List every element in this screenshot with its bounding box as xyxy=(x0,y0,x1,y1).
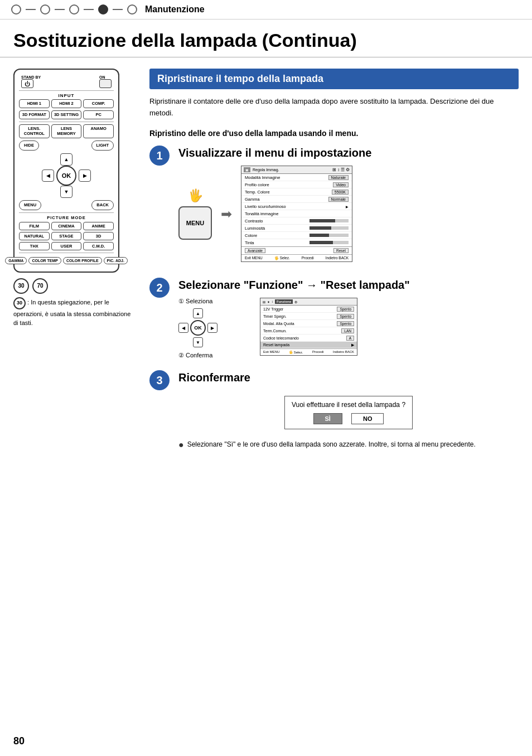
cmd-button[interactable]: C.M.D. xyxy=(83,242,114,250)
s2-row6-arrow: ▶ xyxy=(351,343,354,347)
hdmi1-button[interactable]: HDMI 1 xyxy=(19,99,50,108)
user-button[interactable]: USER xyxy=(51,242,82,250)
dpad2-mid: ◀ OK ▶ xyxy=(178,320,217,336)
dpad2-left[interactable]: ◀ xyxy=(178,323,188,333)
picture-mode-grid: FILM CINEMA ANIME NATURAL STAGE 3D THX U… xyxy=(19,222,114,250)
row5-arrow: ▶ xyxy=(346,205,349,209)
screen-action-btns: Avanzate Reset xyxy=(241,246,352,254)
tab-icon-2: ↕ xyxy=(337,167,340,172)
nav-step-3 xyxy=(69,4,79,14)
arrow-right-icon: ➡ xyxy=(221,206,232,222)
right-column: Ripristinare il tempo della lampada Ripr… xyxy=(149,69,519,461)
step-3-number: 3 xyxy=(149,370,170,390)
picture-mode-label: PICTURE MODE xyxy=(19,215,114,220)
lens-memory-button[interactable]: LENS MEMORY xyxy=(51,124,82,139)
subsection-title: Ripristino delle ore d'uso della lampada… xyxy=(149,128,519,139)
dpad-up[interactable]: ▲ xyxy=(60,153,72,166)
light-button[interactable]: LIGHT xyxy=(91,140,114,151)
dpad-top-row: ▲ xyxy=(60,153,72,166)
ok-mini-btn[interactable]: OK xyxy=(190,320,206,336)
step3-note-text: Selezionare "Sì" e le ore d'uso della la… xyxy=(187,439,476,450)
s2-icon-3: ↕ xyxy=(272,300,273,303)
step2-dpad-area: ① Seleziona ▲ ◀ OK ▶ ▼ xyxy=(178,298,251,359)
mini-screen-2: ⊞ ✦ ↕ Funzione ⚙ 12V Trigger Spento Time… xyxy=(260,298,357,356)
step-2-title: Selezionare "Funzione" → "Reset lampada" xyxy=(178,278,519,292)
gamma-button[interactable]: GAMMA xyxy=(5,257,27,264)
screen-row-5: Livello scuro/luminoso ▶ xyxy=(241,203,352,210)
3d-button[interactable]: 3D xyxy=(83,232,114,240)
menu-btn-img[interactable]: MENU xyxy=(178,206,212,240)
step-1-title: Visualizzare il menu di impostazione xyxy=(178,146,519,160)
menu-button[interactable]: MENU xyxy=(19,200,41,210)
confirm-dialog-buttons: SÌ NO xyxy=(292,413,405,424)
dpad-down[interactable]: ▼ xyxy=(60,186,72,198)
dpad2-down[interactable]: ▼ xyxy=(193,337,203,347)
screen-row-2: Profilo colore Video xyxy=(241,181,352,188)
remote-control: STAND BY ⏻ ON INPUT HDMI 1 HDMI 2 COMP. … xyxy=(13,69,119,273)
power-button[interactable]: ⏻ xyxy=(21,79,33,88)
standby-label: STAND BY xyxy=(21,75,41,79)
dpad2-top: ▲ xyxy=(193,308,203,318)
comp-button[interactable]: COMP. xyxy=(83,99,114,108)
stage-button[interactable]: STAGE xyxy=(51,232,82,240)
input-label: INPUT xyxy=(19,93,114,98)
mini-footer-1: Exit MENU 🖐 Selez. Procedi Indietro BACK xyxy=(241,254,352,261)
dpad2-bottom: ▼ xyxy=(193,337,203,347)
screen-tab-icons: ⊞ ↕ ☰ ⚙ xyxy=(332,167,350,172)
anamo-button[interactable]: ANAMO xyxy=(83,124,114,139)
screen-row-1: Modalità Immagine Naturale xyxy=(241,174,352,181)
dpad-bottom-row: ▼ xyxy=(60,186,72,198)
lens-control-button[interactable]: LENS. CONTROL xyxy=(19,124,50,139)
back-button[interactable]: BACK xyxy=(91,200,114,210)
pic-adj-button[interactable]: PIC. ADJ. xyxy=(104,257,128,264)
tab-icon-1: ⊞ xyxy=(332,167,336,172)
step-1-number: 1 xyxy=(149,146,170,166)
screen-row-3: Temp. Colore 5500K xyxy=(241,188,352,196)
step-2: 2 Selezionare "Funzione" → "Reset lampad… xyxy=(149,278,519,359)
mini-screen-1: ▣ Regola Immag. ⊞ ↕ ☰ ⚙ Modalità Immagin… xyxy=(241,166,352,262)
s2-row-3: Modal. Alta Quota Spento xyxy=(260,320,357,327)
s2-icon-1: ⊞ xyxy=(263,300,265,304)
hide-light-row: HIDE LIGHT xyxy=(19,140,114,151)
mini-screen2-header: ⊞ ✦ ↕ Funzione ⚙ xyxy=(260,298,357,306)
thx-button[interactable]: THX xyxy=(19,242,50,250)
screen-tab-icon: ▣ xyxy=(244,167,250,172)
s2-row-5: Codice telecomando A xyxy=(260,335,357,342)
color-profile-button[interactable]: COLOR PROFILE xyxy=(63,257,102,264)
film-button[interactable]: FILM xyxy=(19,222,50,230)
color-temp-button[interactable]: COLOR TEMP xyxy=(28,257,61,264)
top-nav: Manutenzione xyxy=(0,0,532,20)
natural-button[interactable]: NATURAL xyxy=(19,232,50,240)
section-header: Ripristinare il tempo della lampada xyxy=(149,69,519,89)
badge-30: 30 xyxy=(13,278,29,294)
format3d-button[interactable]: 3D FORMAT xyxy=(19,110,50,119)
confirm-dialog-text: Vuoi effettuare il reset della lampada ? xyxy=(292,401,405,409)
setting3d-button[interactable]: 3D SETTING xyxy=(51,110,82,119)
hide-button[interactable]: HIDE xyxy=(19,140,39,151)
step2-dpad: ▲ ◀ OK ▶ ▼ xyxy=(178,308,217,347)
hdmi2-button[interactable]: HDMI 2 xyxy=(51,99,82,108)
ok-button[interactable]: OK xyxy=(56,166,76,186)
no-button[interactable]: NO xyxy=(351,413,384,424)
dpad2-right[interactable]: ▶ xyxy=(207,323,217,333)
pc-button[interactable]: PC xyxy=(83,110,114,119)
step-1: 1 Visualizzare il menu di impostazione 🖐… xyxy=(149,146,519,266)
hand-icon: 🖐 xyxy=(188,188,203,203)
note-description: : In questa spiegazione, per le operazio… xyxy=(13,299,130,326)
footer-sel: 🖐 Selez. xyxy=(274,256,290,260)
menu-btn-label: MENU xyxy=(186,220,204,226)
bottom-row-buttons: GAMMA COLOR TEMP COLOR PROFILE PIC. ADJ. xyxy=(19,255,114,266)
menu-btn-wrap: 🖐 MENU xyxy=(178,188,212,240)
dpad-left[interactable]: ◀ xyxy=(42,169,54,182)
si-button[interactable]: SÌ xyxy=(313,413,342,424)
s2-icon-5: ⚙ xyxy=(294,300,297,304)
on-section: ON xyxy=(99,75,112,88)
dpad2-up[interactable]: ▲ xyxy=(193,308,203,318)
anime-button[interactable]: ANIME xyxy=(83,222,114,230)
remote-top-row: STAND BY ⏻ ON xyxy=(19,75,114,88)
cinema-button[interactable]: CINEMA xyxy=(51,222,82,230)
step-2-number: 2 xyxy=(149,278,170,298)
on-button[interactable] xyxy=(99,79,112,88)
nav-line-4 xyxy=(113,9,123,10)
dpad-right[interactable]: ▶ xyxy=(79,169,91,182)
